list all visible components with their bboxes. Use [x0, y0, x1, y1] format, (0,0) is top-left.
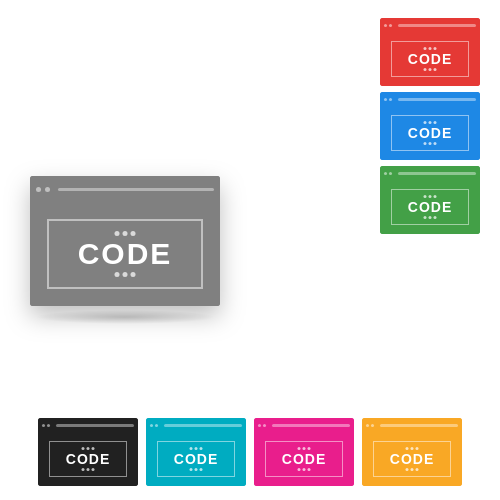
dots-top: [405, 447, 418, 450]
main-browser-icon: CODE: [30, 176, 220, 306]
browser-icon-pink: CODE: [254, 418, 354, 486]
main-inner-box: CODE: [47, 219, 203, 290]
code-label-pink: CODE: [282, 451, 326, 467]
body-green: CODE: [380, 180, 480, 234]
dot: [150, 424, 153, 427]
line: [164, 424, 242, 427]
titlebar-blue: [380, 92, 480, 106]
dots-top: [81, 447, 94, 450]
titlebar-pink: [254, 418, 354, 432]
dots-bottom: [423, 216, 436, 219]
code-label-green: CODE: [408, 199, 452, 215]
main-icon-area: CODE: [30, 176, 220, 324]
titlebar-dot-2: [45, 187, 50, 192]
dot: [47, 424, 50, 427]
inner-black: CODE: [49, 441, 127, 476]
line: [398, 172, 476, 175]
line: [56, 424, 134, 427]
titlebar-dot-1: [36, 187, 41, 192]
dots-bottom: [114, 272, 135, 277]
browser-icon-black: CODE: [38, 418, 138, 486]
body-black: CODE: [38, 432, 138, 486]
body-pink: CODE: [254, 432, 354, 486]
dot: [366, 424, 369, 427]
browser-icon-teal: CODE: [146, 418, 246, 486]
bottom-icons-row: CODE: [38, 418, 462, 486]
dot: [384, 24, 387, 27]
line: [398, 24, 476, 27]
dot: [263, 424, 266, 427]
dot: [258, 424, 261, 427]
dots-top: [114, 231, 135, 236]
page-container: CODE: [0, 0, 500, 500]
titlebar-orange: [362, 418, 462, 432]
dots-top: [297, 447, 310, 450]
dot: [389, 98, 392, 101]
dot: [384, 172, 387, 175]
code-label-red: CODE: [408, 51, 452, 67]
titlebar-green: [380, 166, 480, 180]
dot: [389, 172, 392, 175]
browser-icon-green: CODE: [380, 166, 480, 234]
right-icons-column: CODE: [380, 18, 480, 234]
titlebar-teal: [146, 418, 246, 432]
browser-icon-orange: CODE: [362, 418, 462, 486]
body-teal: CODE: [146, 432, 246, 486]
body-red: CODE: [380, 32, 480, 86]
dots-top: [423, 47, 436, 50]
dot: [384, 98, 387, 101]
body-blue: CODE: [380, 106, 480, 160]
main-shadow: [35, 310, 215, 324]
dot: [371, 424, 374, 427]
dots-bottom: [405, 468, 418, 471]
line: [272, 424, 350, 427]
inner-orange: CODE: [373, 441, 451, 476]
main-body: CODE: [30, 202, 220, 306]
inner-green: CODE: [391, 189, 469, 224]
titlebar-red: [380, 18, 480, 32]
code-label-blue: CODE: [408, 125, 452, 141]
main-code-label: CODE: [78, 237, 173, 271]
dots-top: [423, 195, 436, 198]
dots-bottom: [81, 468, 94, 471]
dots-bottom: [189, 468, 202, 471]
dots-bottom: [423, 142, 436, 145]
titlebar-black: [38, 418, 138, 432]
code-label-black: CODE: [66, 451, 110, 467]
dot: [42, 424, 45, 427]
dots-top: [423, 121, 436, 124]
inner-pink: CODE: [265, 441, 343, 476]
code-label-teal: CODE: [174, 451, 218, 467]
titlebar-line: [58, 188, 214, 191]
inner-blue: CODE: [391, 115, 469, 150]
browser-icon-blue: CODE: [380, 92, 480, 160]
inner-red: CODE: [391, 41, 469, 76]
line: [398, 98, 476, 101]
inner-teal: CODE: [157, 441, 235, 476]
dots-bottom: [297, 468, 310, 471]
dot: [389, 24, 392, 27]
browser-icon-red: CODE: [380, 18, 480, 86]
line: [380, 424, 458, 427]
dots-bottom: [423, 68, 436, 71]
main-titlebar: [30, 176, 220, 202]
code-label-orange: CODE: [390, 451, 434, 467]
dot: [155, 424, 158, 427]
dots-top: [189, 447, 202, 450]
body-orange: CODE: [362, 432, 462, 486]
